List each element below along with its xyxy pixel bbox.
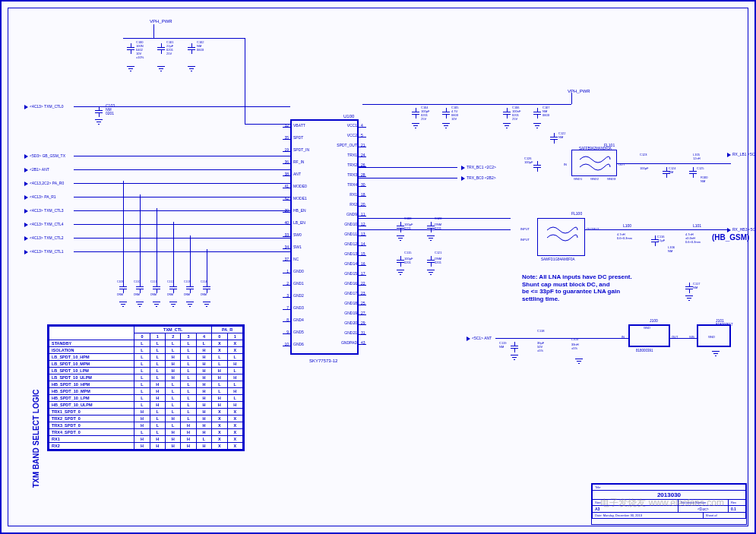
port-rx-hb3: RX_HB3 <5C3> [727, 227, 756, 232]
filter-fl101 [571, 150, 617, 176]
l100-ext: 0.6×0.3mm [617, 237, 632, 240]
wire [283, 127, 290, 128]
gnd-icon [95, 119, 103, 125]
wire [214, 38, 245, 39]
pin-name: RX2 [332, 202, 357, 207]
wire [283, 224, 290, 225]
fl100-in: INPUT [520, 228, 530, 231]
wire [190, 235, 191, 283]
wire [359, 229, 511, 230]
c118-ref: C118 [537, 330, 545, 333]
wire [283, 297, 290, 298]
wire [359, 226, 366, 226]
cap-ref: C121 [435, 251, 442, 254]
filter-fl100 [537, 218, 585, 256]
cap-val: DNM [117, 294, 123, 297]
cap-c103-pkg: 0201 [106, 112, 114, 115]
port-gb_gsm_tx: <5D3> GB_GSM_TX [24, 153, 65, 159]
l100-ref: L100 [623, 224, 631, 228]
wire [495, 338, 632, 339]
wire [283, 346, 290, 346]
wire [153, 24, 154, 38]
c124-val: NM [669, 171, 673, 174]
r100-val: NM [701, 180, 705, 183]
cap-pkg: 0201 [435, 261, 441, 264]
gnd-icon [511, 355, 518, 361]
cap-icon [153, 283, 160, 293]
wire [283, 212, 290, 213]
fl101-gnd1: GND1 [574, 178, 582, 181]
pin-name: SPDT [293, 135, 303, 140]
port-txm_ctl3: <4C13> TXM_CTL3 [24, 208, 64, 213]
port-txm_ctl1: <4C13> TXM_CTL1 [24, 249, 64, 254]
pin-name: MODE0 [293, 184, 307, 188]
wire [245, 124, 290, 125]
pin-name: GND3 [293, 305, 304, 310]
gnd-icon [169, 302, 177, 308]
c123-ref: C123 [640, 153, 647, 156]
pin-name: SW1 [293, 245, 302, 249]
wire [283, 175, 290, 176]
pin-name: MODE1 [293, 196, 307, 201]
gnd-icon [427, 235, 435, 242]
wire [283, 248, 290, 249]
j101-part: 818000517 [716, 324, 733, 327]
wire [359, 178, 457, 179]
wire [571, 93, 572, 104]
j101-gnd: GND [708, 336, 715, 339]
pin-name: VCC2 [332, 133, 357, 137]
l106-val: NM [668, 250, 672, 253]
c122-val: NM [558, 136, 563, 139]
pin-name: SPDT_IN [293, 147, 309, 152]
wire [283, 321, 290, 322]
cap-pkg: 0603 [542, 114, 549, 117]
cap-icon [503, 108, 511, 118]
gnd-icon [153, 302, 160, 308]
watermark: 电子发烧友 www.elecfans.com [600, 497, 724, 510]
wire [283, 236, 290, 237]
wire [157, 208, 157, 283]
wire [359, 344, 366, 345]
cap-icon [119, 283, 127, 293]
l101-ref: L101 [693, 224, 701, 228]
pin-name: GND1 [293, 281, 304, 286]
wire [359, 147, 366, 147]
cap-icon [685, 283, 693, 293]
pin-name: ANT [293, 172, 301, 176]
pin-name: GND5 [293, 330, 304, 334]
wire [359, 265, 366, 266]
wire [283, 163, 290, 164]
gnd-icon [186, 302, 194, 308]
pin-name: GND0 [293, 269, 304, 273]
cap-val: DNM [150, 294, 157, 297]
fl100-ref: FL100 [571, 212, 582, 216]
gnd-icon [712, 351, 720, 357]
cap-icon [427, 256, 435, 267]
wire [74, 224, 290, 225]
cap-icon [689, 167, 697, 178]
fl101-in: IN [564, 163, 567, 166]
fl101-gnd2: GND2 [590, 178, 599, 181]
gnd-icon [203, 302, 210, 308]
gnd-icon [412, 123, 419, 129]
cap-tol: ±10% [136, 56, 144, 59]
pin-name: GND6 [293, 342, 304, 346]
pin-name: GND12 [332, 242, 357, 246]
cap-pkg: 0603 [197, 49, 204, 52]
wire [85, 106, 290, 107]
filter-wave-icon [572, 150, 618, 177]
wire [359, 305, 366, 305]
wire [283, 139, 290, 140]
fl100-in2: INPUT [520, 239, 530, 242]
cap-pkg: 0201 [404, 261, 411, 264]
l103-ref: L103 [571, 338, 578, 341]
pin-name: RF_IN [293, 160, 304, 164]
wire [359, 285, 366, 286]
wire [173, 222, 174, 283]
logic-table: TXM_CTLPA_R0123401STANDBYLLLLLXXISOLATIO… [47, 324, 245, 451]
pin-name: NC [293, 257, 299, 261]
cap-icon [397, 256, 404, 267]
port-pa_r1: <4C13> PA_R1 [24, 194, 56, 200]
wire [123, 38, 214, 39]
pin-name: GND17 [332, 291, 357, 295]
